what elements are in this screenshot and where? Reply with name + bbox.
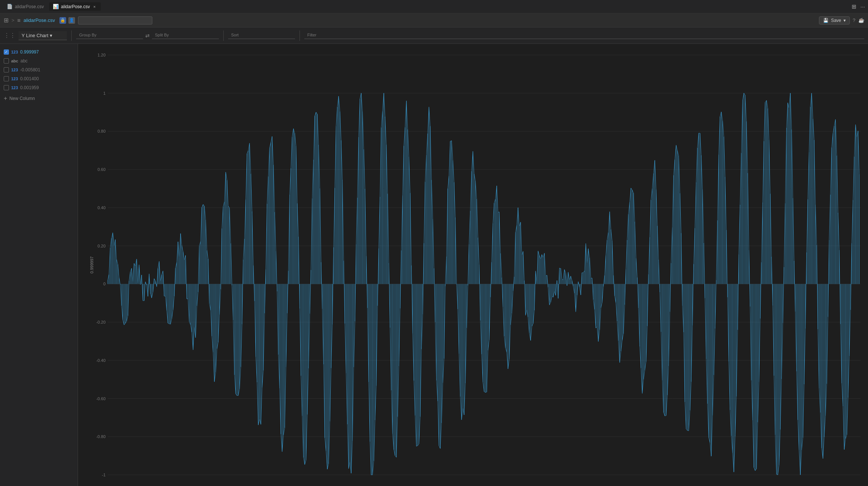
toolbar: ⋮⋮ Y Line Chart ▾ Group By ⇄ Split By So… bbox=[0, 27, 868, 44]
nav-menu-icon[interactable]: ≡ bbox=[17, 17, 21, 23]
sidebar: 123 0.999997 abc abc 123 -0.005801 123 0… bbox=[0, 44, 78, 486]
tab2-label: alidarPose.csv bbox=[61, 4, 90, 9]
add-column-button[interactable]: + New Column bbox=[0, 92, 78, 105]
col-type-3: 123 bbox=[11, 68, 18, 72]
col-item-5[interactable]: 123 0.001959 bbox=[0, 83, 78, 92]
main-area: 123 0.999997 abc abc 123 -0.005801 123 0… bbox=[0, 44, 868, 486]
layout-icon[interactable]: ⊞ bbox=[852, 3, 856, 10]
col-checkbox-1[interactable] bbox=[4, 49, 9, 55]
breadcrumb-separator: > bbox=[12, 17, 14, 23]
title-bar-right: ⊞ ··· bbox=[852, 3, 865, 10]
nav-badge-user: 👤 bbox=[68, 17, 75, 24]
save-icon: 💾 bbox=[823, 18, 829, 23]
col-name-3: -0.005801 bbox=[20, 67, 40, 72]
chart-area: 0.999997 bbox=[78, 44, 868, 486]
chart-type-arrow: ▾ bbox=[50, 33, 52, 38]
col-checkbox-5[interactable] bbox=[4, 85, 9, 90]
col-item-2[interactable]: abc abc bbox=[0, 56, 78, 65]
col-name-2: abc bbox=[20, 58, 27, 64]
help-icon[interactable]: ? bbox=[853, 17, 855, 23]
col-name-1: 0.999997 bbox=[20, 49, 39, 55]
line-chart-canvas bbox=[78, 44, 868, 486]
filter-label: Filter bbox=[307, 33, 861, 37]
col-checkbox-3[interactable] bbox=[4, 67, 9, 72]
tab2-icon: 📊 bbox=[53, 4, 59, 9]
nav-icons-row: 🔒 👤 bbox=[59, 17, 75, 24]
title-bar-icons: ⊞ ··· bbox=[852, 3, 865, 10]
col-item-4[interactable]: 123 0.001400 bbox=[0, 74, 78, 83]
col-item-1[interactable]: 123 0.999997 bbox=[0, 48, 78, 56]
tab1-icon: 📄 bbox=[7, 4, 13, 9]
save-arrow: ▾ bbox=[843, 18, 846, 23]
home-icon[interactable]: ⊞ bbox=[4, 17, 9, 24]
coffee-icon[interactable]: ☕ bbox=[858, 17, 864, 23]
nav-search-input[interactable] bbox=[78, 16, 152, 25]
col-item-3[interactable]: 123 -0.005801 bbox=[0, 65, 78, 74]
nav-filename[interactable]: alidarPose.csv bbox=[23, 17, 55, 23]
split-by-label: Split By bbox=[155, 33, 216, 37]
sort-field[interactable]: Sort bbox=[228, 32, 295, 39]
toolbar-divider-2 bbox=[223, 30, 224, 41]
filter-field[interactable]: Filter bbox=[304, 32, 864, 39]
col-type-5: 123 bbox=[11, 85, 18, 90]
more-icon[interactable]: ··· bbox=[860, 3, 865, 10]
tab-1[interactable]: 📄 alidarPose.csv bbox=[3, 2, 48, 11]
col-name-5: 0.001959 bbox=[20, 85, 39, 90]
swap-icon[interactable]: ⇄ bbox=[145, 33, 150, 39]
sort-label: Sort bbox=[231, 33, 292, 37]
group-by-label: Group By bbox=[79, 33, 140, 37]
col-type-2: abc bbox=[11, 59, 18, 63]
add-icon: + bbox=[4, 95, 7, 102]
y-axis-label: 0.999997 bbox=[90, 256, 94, 273]
title-bar: 📄 alidarPose.csv 📊 alidarPose.csv × ⊞ ··… bbox=[0, 0, 868, 13]
col-type-1: 123 bbox=[11, 50, 18, 54]
col-checkbox-4[interactable] bbox=[4, 76, 9, 81]
nav-right: 💾 Save ▾ ? ☕ bbox=[819, 16, 864, 25]
tab2-close[interactable]: × bbox=[92, 4, 97, 9]
toolbar-divider-1 bbox=[71, 30, 72, 41]
col-checkbox-2[interactable] bbox=[4, 58, 9, 64]
split-by-field[interactable]: Split By bbox=[152, 32, 219, 39]
col-name-4: 0.001400 bbox=[20, 76, 39, 81]
nav-bar: ⊞ > ≡ alidarPose.csv 🔒 👤 💾 Save ▾ ? ☕ bbox=[0, 13, 868, 27]
save-button[interactable]: 💾 Save ▾ bbox=[819, 16, 849, 25]
add-column-label: New Column bbox=[9, 96, 35, 101]
col-type-4: 123 bbox=[11, 77, 18, 81]
drag-handle-icon: ⋮⋮ bbox=[4, 32, 16, 39]
chart-type-label: Y Line Chart bbox=[22, 33, 48, 38]
group-by-field[interactable]: Group By bbox=[76, 32, 143, 39]
tab1-label: alidarPose.csv bbox=[15, 4, 44, 9]
save-label: Save bbox=[831, 18, 841, 23]
toolbar-divider-3 bbox=[299, 30, 300, 41]
chart-type-select[interactable]: Y Line Chart ▾ bbox=[19, 31, 67, 40]
tab-2[interactable]: 📊 alidarPose.csv × bbox=[49, 2, 100, 11]
nav-badge-shield: 🔒 bbox=[59, 17, 66, 24]
